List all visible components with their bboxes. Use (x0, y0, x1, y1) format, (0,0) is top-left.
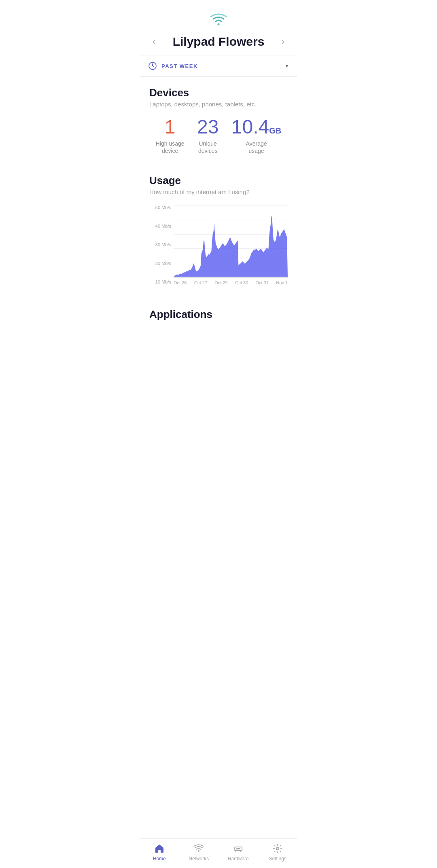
applications-section: Applications (140, 300, 297, 355)
clock-icon (148, 61, 157, 71)
usage-title: Usage (149, 174, 288, 187)
chart-x-labels: Oct 26 Oct 27 Oct 29 Oct 30 Oct 31 Nov 1 (174, 278, 288, 285)
devices-title: Devices (149, 87, 288, 99)
time-filter-selector[interactable]: PAST WEEK ▼ (140, 55, 297, 76)
unique-devices-label: Uniquedevices (198, 140, 217, 155)
average-usage-label: Averageusage (246, 140, 267, 155)
x-label-oct26: Oct 26 (174, 280, 187, 285)
x-label-nov1: Nov 1 (276, 280, 288, 285)
x-label-oct31: Oct 31 (256, 280, 269, 285)
y-label-30: 30 Mb/s (149, 242, 171, 247)
usage-chart: 50 Mb/s 40 Mb/s 30 Mb/s 20 Mb/s 10 Mb/s … (149, 205, 288, 300)
average-usage-value: 10.4GB (231, 117, 281, 137)
svg-point-0 (218, 23, 220, 25)
devices-subtitle: Laptops, desktops, phones, tablets, etc. (149, 101, 288, 108)
time-filter-dropdown-arrow: ▼ (284, 63, 289, 69)
average-usage-stat[interactable]: 10.4GB Averageusage (231, 117, 281, 155)
chart-y-labels: 50 Mb/s 40 Mb/s 30 Mb/s 20 Mb/s 10 Mb/s (149, 205, 171, 285)
unique-devices-stat[interactable]: 23 Uniquedevices (197, 117, 218, 155)
devices-section: Devices Laptops, desktops, phones, table… (140, 77, 297, 166)
applications-title: Applications (149, 308, 288, 321)
wifi-header-icon (140, 0, 297, 32)
high-usage-stat[interactable]: 1 High usagedevice (156, 117, 185, 155)
high-usage-label: High usagedevice (156, 140, 185, 155)
network-nav: ‹ Lilypad Flowers › (140, 32, 297, 55)
y-label-10: 10 Mb/s (149, 279, 171, 284)
next-network-button[interactable]: › (278, 35, 288, 49)
prev-network-button[interactable]: ‹ (149, 35, 159, 49)
x-label-oct29: Oct 29 (214, 280, 227, 285)
usage-section: Usage How much of my internet am I using… (140, 166, 297, 300)
usage-subtitle: How much of my internet am I using? (149, 188, 288, 195)
high-usage-value: 1 (165, 117, 176, 137)
time-filter-label: PAST WEEK (161, 63, 284, 69)
svg-marker-2 (174, 215, 288, 277)
chart-area (174, 205, 288, 278)
network-name: Lilypad Flowers (173, 35, 265, 49)
y-label-40: 40 Mb/s (149, 224, 171, 229)
y-label-20: 20 Mb/s (149, 261, 171, 266)
chart-svg (174, 205, 288, 277)
x-label-oct27: Oct 27 (194, 280, 207, 285)
unique-devices-value: 23 (197, 117, 218, 137)
y-label-50: 50 Mb/s (149, 205, 171, 210)
devices-stats-row: 1 High usagedevice 23 Uniquedevices 10.4… (149, 117, 288, 159)
x-label-oct30: Oct 30 (235, 280, 248, 285)
